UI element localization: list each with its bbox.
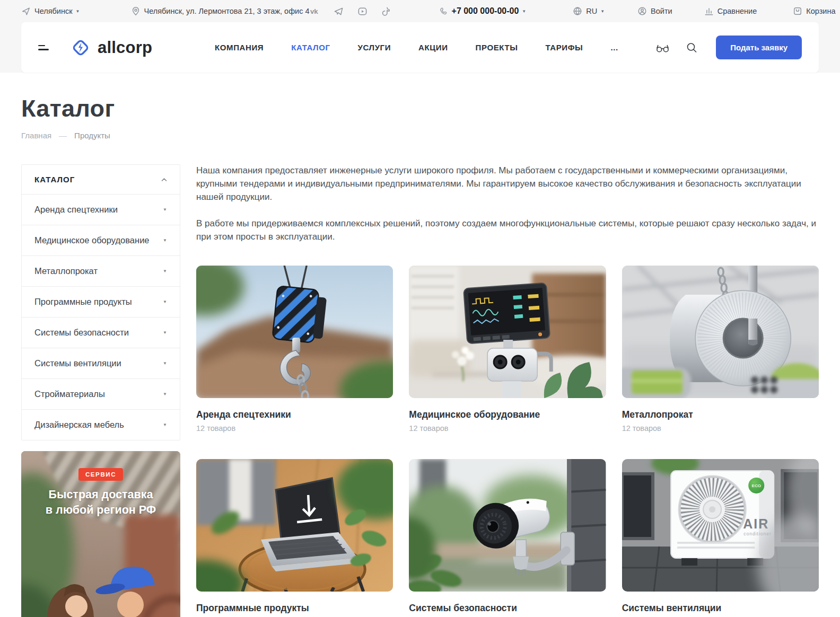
chevron-down-icon: ▼ xyxy=(163,269,167,274)
topbar: Челябинск ▼ Челябинск, ул. Лермонтова 21… xyxy=(21,0,819,22)
chevron-down-icon: ▼ xyxy=(163,238,167,243)
compare-button[interactable]: Сравнение xyxy=(704,6,757,16)
card-count: 12 товаров xyxy=(196,424,393,433)
phone[interactable]: +7 000 000-00-00 ▼ xyxy=(439,6,527,16)
send-location-icon xyxy=(21,6,31,16)
sidebar-item-building-materials[interactable]: Стройматериалы▼ xyxy=(22,378,180,409)
sidebar-item-label: Металлопрокат xyxy=(34,266,98,276)
chevron-down-icon: ▼ xyxy=(163,361,167,366)
chevron-down-icon: ▼ xyxy=(163,330,167,335)
accessibility-glasses-icon[interactable] xyxy=(655,41,670,54)
svg-text:AIR: AIR xyxy=(743,516,769,531)
chevron-up-icon xyxy=(161,178,167,182)
card-title: Медицинское оборудование xyxy=(409,409,606,420)
phone-number: +7 000 000-00-00 xyxy=(452,6,519,16)
crane-hook-image xyxy=(196,266,393,398)
category-card-metal[interactable]: Металлопрокат 12 товаров xyxy=(622,266,819,433)
main-nav: КОМПАНИЯ КАТАЛОГ УСЛУГИ АКЦИИ ПРОЕКТЫ ТА… xyxy=(215,43,618,52)
chevron-down-icon: ▼ xyxy=(522,9,526,14)
sidebar-item-ventilation[interactable]: Системы вентиляции▼ xyxy=(22,348,180,378)
svg-text:vk: vk xyxy=(310,7,318,15)
submit-request-button[interactable]: Подать заявку xyxy=(716,36,802,59)
search-icon[interactable] xyxy=(685,41,699,54)
logo-diamond-icon xyxy=(70,37,91,58)
promo-badge: СЕРВИС xyxy=(78,468,123,481)
breadcrumb: Главная — Продукты xyxy=(21,131,819,140)
breadcrumb-current: Продукты xyxy=(74,131,110,140)
user-icon xyxy=(637,6,647,16)
sidebar-item-medical[interactable]: Медицинское оборудование▼ xyxy=(22,225,180,255)
card-count: 12 товаров xyxy=(409,424,606,433)
social-links: vk xyxy=(310,6,391,16)
card-count: 12 товаров xyxy=(622,424,819,433)
category-card-security[interactable]: Системы безопасности 12 товаров xyxy=(409,459,606,617)
sidebar-catalog-header[interactable]: КАТАЛОГ xyxy=(22,165,180,194)
login-label: Войти xyxy=(651,7,672,15)
promo-overlay: СЕРВИС Быстрая доставка в любой регион Р… xyxy=(21,451,180,518)
intro-paragraph-2: В работе мы придерживаемся комплексных р… xyxy=(196,217,819,244)
medical-monitor-image xyxy=(409,266,606,398)
promo-title: Быстрая доставка в любой регион РФ xyxy=(21,487,180,518)
phone-icon xyxy=(439,7,448,16)
youtube-icon[interactable] xyxy=(357,6,368,16)
chevron-down-icon: ▼ xyxy=(163,422,167,427)
telegram-icon[interactable] xyxy=(334,6,344,16)
tiktok-icon[interactable] xyxy=(381,6,391,16)
intro-text: Наша компания предоставляет инженерные у… xyxy=(196,164,819,244)
chevron-down-icon: ▼ xyxy=(163,392,167,396)
sidebar-item-label: Аренда спецтехники xyxy=(34,205,118,215)
card-title: Системы вентиляции xyxy=(622,603,819,614)
card-title: Аренда спецтехники xyxy=(196,409,393,420)
laptop-download-image xyxy=(196,459,393,592)
chevron-down-icon: ▼ xyxy=(163,299,167,304)
sidebar-item-label: Системы безопасности xyxy=(34,328,129,338)
vk-icon[interactable]: vk xyxy=(310,6,320,16)
nav-tariffs[interactable]: ТАРИФЫ xyxy=(545,43,583,52)
category-card-medical[interactable]: Медицинское оборудование 12 товаров xyxy=(409,266,606,433)
delivery-promo-banner[interactable]: СЕРВИС Быстрая доставка в любой регион Р… xyxy=(21,451,180,617)
nav-catalog[interactable]: КАТАЛОГ xyxy=(291,43,330,52)
nav-projects[interactable]: ПРОЕКТЫ xyxy=(476,43,518,52)
category-card-software[interactable]: Программные продукты 12 товаров xyxy=(196,459,393,617)
cart-label: Корзина xyxy=(806,7,835,15)
sidebar-item-label: Системы вентиляции xyxy=(34,358,121,368)
sidebar-item-special-equipment[interactable]: Аренда спецтехники▼ xyxy=(22,194,180,225)
main-header: allcorp КОМПАНИЯ КАТАЛОГ УСЛУГИ АКЦИИ ПР… xyxy=(21,22,819,73)
breadcrumb-home[interactable]: Главная xyxy=(21,131,51,140)
category-card-special-equipment[interactable]: Аренда спецтехники 12 товаров xyxy=(196,266,393,433)
card-title: Системы безопасности xyxy=(409,603,606,614)
nav-promos[interactable]: АКЦИИ xyxy=(418,43,448,52)
chevron-down-icon: ▼ xyxy=(76,9,80,14)
compare-bars-icon xyxy=(704,6,714,16)
cart-button[interactable]: Корзина xyxy=(793,6,835,16)
header-tools: Подать заявку xyxy=(655,36,802,59)
sidebar-item-designer-furniture[interactable]: Дизайнерская мебель▼ xyxy=(22,409,180,440)
city-label: Челябинск xyxy=(34,7,73,15)
sidebar-item-software[interactable]: Программные продукты▼ xyxy=(22,286,180,317)
nav-services[interactable]: УСЛУГИ xyxy=(358,43,391,52)
sidebar-item-metal[interactable]: Металлопрокат▼ xyxy=(22,255,180,286)
intro-paragraph-1: Наша компания предоставляет инженерные у… xyxy=(196,164,819,204)
logo[interactable]: allcorp xyxy=(70,37,152,58)
nav-company[interactable]: КОМПАНИЯ xyxy=(215,43,264,52)
login-button[interactable]: Войти xyxy=(637,6,672,16)
sidebar-item-label: Программные продукты xyxy=(34,297,132,307)
sidebar-item-security[interactable]: Системы безопасности▼ xyxy=(22,317,180,348)
nav-more[interactable]: ... xyxy=(610,43,618,52)
menu-burger-icon[interactable] xyxy=(38,45,49,50)
top-zone: Челябинск ▼ Челябинск, ул. Лермонтова 21… xyxy=(0,0,840,73)
city-selector[interactable]: Челябинск ▼ xyxy=(21,6,80,16)
compare-label: Сравнение xyxy=(718,7,757,15)
sidebar-item-label: Дизайнерская мебель xyxy=(34,420,124,430)
page-content: Каталог Главная — Продукты КАТАЛОГ Аренд… xyxy=(0,95,840,617)
language-selector[interactable]: RU ▼ xyxy=(573,6,605,16)
logo-text: allcorp xyxy=(98,38,152,57)
steel-coil-image xyxy=(622,266,819,398)
breadcrumb-divider: — xyxy=(59,131,67,140)
catalog-sidebar: КАТАЛОГ Аренда спецтехники▼ Медицинское … xyxy=(21,164,180,617)
card-title: Металлопрокат xyxy=(622,409,819,420)
page-title: Каталог xyxy=(21,95,819,122)
category-card-ventilation[interactable]: ECO AIR conditioner Системы вентиляции 1… xyxy=(622,459,819,617)
cctv-camera-image xyxy=(409,459,606,592)
chevron-down-icon: ▼ xyxy=(600,9,605,14)
